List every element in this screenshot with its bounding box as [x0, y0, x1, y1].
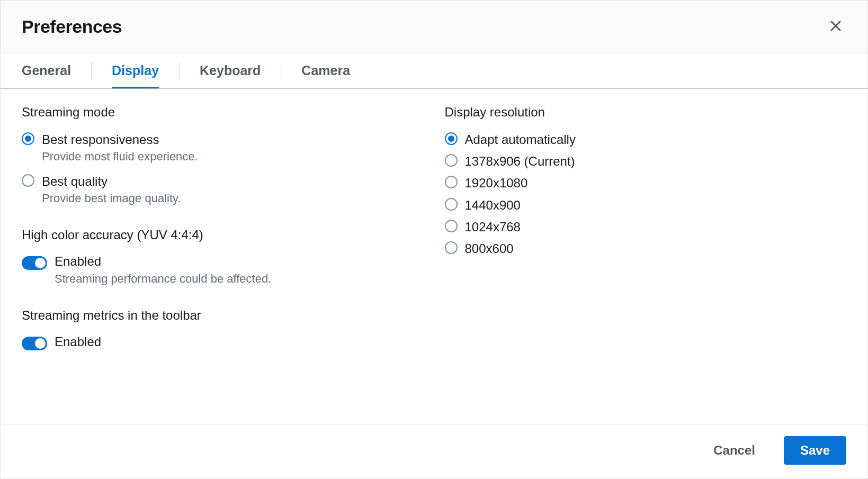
- preferences-dialog: Preferences General Display Keyboard Cam…: [0, 0, 868, 479]
- toggle-description: Streaming performance could be affected.: [55, 272, 271, 286]
- tab-separator: [91, 62, 92, 80]
- tab-general[interactable]: General: [22, 53, 71, 88]
- radio-input[interactable]: [445, 241, 458, 254]
- toggle-switch[interactable]: [22, 256, 47, 270]
- radio-label: 1920x1080: [465, 175, 528, 191]
- dialog-body: Streaming mode Best responsiveness Provi…: [1, 89, 867, 424]
- tab-separator: [281, 62, 281, 80]
- radio-option-adapt[interactable]: Adapt automatically: [445, 131, 847, 148]
- close-icon: [828, 19, 843, 33]
- radio-input[interactable]: [22, 132, 34, 145]
- dialog-footer: Cancel Save: [1, 424, 867, 478]
- radio-input[interactable]: [445, 220, 458, 232]
- radio-description: Provide best image quality.: [42, 192, 181, 205]
- section-title: Display resolution: [445, 105, 847, 120]
- radio-input[interactable]: [445, 176, 458, 188]
- radio-label: Adapt automatically: [465, 131, 576, 148]
- resolution-section: Display resolution Adapt automatically 1…: [445, 105, 847, 257]
- tab-keyboard[interactable]: Keyboard: [200, 53, 261, 88]
- toggle-label: Enabled: [55, 335, 101, 349]
- radio-input[interactable]: [445, 132, 458, 145]
- left-column: Streaming mode Best responsiveness Provi…: [22, 105, 424, 413]
- radio-option-800[interactable]: 800x600: [445, 240, 847, 257]
- save-button[interactable]: Save: [784, 436, 846, 465]
- radio-label: 1378x906 (Current): [465, 153, 575, 169]
- radio-input[interactable]: [445, 154, 458, 167]
- close-button[interactable]: [825, 15, 846, 38]
- radio-option-best-quality[interactable]: Best quality Provide best image quality.: [22, 173, 424, 205]
- section-title: Streaming mode: [22, 105, 424, 120]
- radio-label: Best responsiveness: [42, 131, 198, 148]
- radio-option-1024[interactable]: 1024x768: [445, 219, 847, 235]
- streaming-mode-section: Streaming mode Best responsiveness Provi…: [22, 105, 424, 205]
- metrics-toggle-row: Enabled: [22, 335, 424, 350]
- tab-separator: [179, 62, 180, 80]
- radio-label: 800x600: [465, 240, 514, 257]
- tabs: General Display Keyboard Camera: [1, 53, 867, 89]
- color-accuracy-section: High color accuracy (YUV 4:4:4) Enabled …: [22, 228, 424, 286]
- radio-option-1920[interactable]: 1920x1080: [445, 175, 847, 191]
- radio-label: Best quality: [42, 173, 181, 189]
- toggle-label: Enabled: [55, 254, 271, 269]
- tab-display[interactable]: Display: [112, 53, 159, 88]
- right-column: Display resolution Adapt automatically 1…: [445, 105, 847, 413]
- section-title: High color accuracy (YUV 4:4:4): [22, 228, 424, 242]
- radio-description: Provide most fluid experience.: [42, 150, 198, 164]
- toggle-switch[interactable]: [22, 337, 47, 350]
- color-accuracy-toggle-row: Enabled Streaming performance could be a…: [22, 254, 424, 286]
- tab-camera[interactable]: Camera: [301, 53, 350, 88]
- cancel-button[interactable]: Cancel: [697, 437, 771, 464]
- section-title: Streaming metrics in the toolbar: [22, 308, 424, 323]
- radio-option-current[interactable]: 1378x906 (Current): [445, 153, 847, 169]
- radio-label: 1440x900: [465, 197, 521, 213]
- radio-input[interactable]: [445, 198, 458, 211]
- radio-option-1440[interactable]: 1440x900: [445, 197, 847, 213]
- radio-label: 1024x768: [465, 219, 521, 235]
- dialog-title: Preferences: [22, 16, 122, 37]
- radio-option-best-responsiveness[interactable]: Best responsiveness Provide most fluid e…: [22, 131, 424, 164]
- metrics-section: Streaming metrics in the toolbar Enabled: [22, 308, 424, 350]
- dialog-header: Preferences: [1, 1, 867, 53]
- radio-input[interactable]: [22, 174, 34, 187]
